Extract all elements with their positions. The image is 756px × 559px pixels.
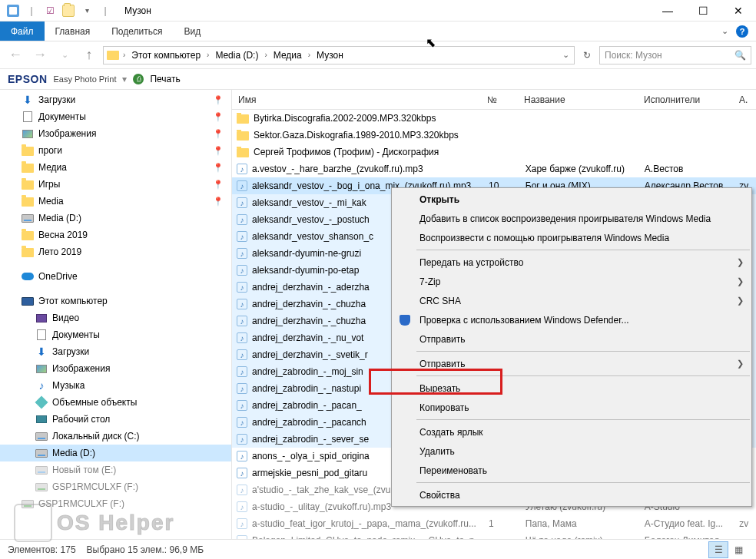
menu-item[interactable]: Свойства <box>392 485 751 504</box>
tree-item[interactable]: GSP1RMCULXF (F:) <box>0 478 231 495</box>
search-input[interactable]: Поиск: Музон 🔍 <box>599 46 751 64</box>
tree-item-label: Объемные объекты <box>52 397 137 408</box>
chevron-right-icon[interactable]: › <box>204 51 211 59</box>
file-tab[interactable]: Файл <box>0 22 45 41</box>
file-row[interactable]: ♪Balagan_Limited_CHyo_te_nado_remix_-_CH… <box>232 532 756 539</box>
tree-item[interactable]: Видео <box>0 309 231 326</box>
menu-item[interactable]: Копировать <box>392 398 751 417</box>
tree-item[interactable]: OneDrive <box>0 268 231 285</box>
breadcrumb-dropdown-icon[interactable]: ⌄ <box>562 50 574 60</box>
file-row[interactable]: Сергей Трофимов (Трофим) - Дискография <box>232 144 756 160</box>
breadcrumb[interactable]: › Этот компьютер › Media (D:) › Медиа › … <box>103 46 575 64</box>
col-title[interactable]: Название <box>518 94 638 105</box>
history-dropdown-icon[interactable]: ⌄ <box>54 45 75 66</box>
tree-item[interactable]: Весна 2019 <box>0 227 231 243</box>
qat-dropdown-icon[interactable]: ▾ <box>78 2 95 19</box>
back-button[interactable]: ← <box>5 45 26 66</box>
tree-item[interactable]: Media (D:) <box>0 445 231 461</box>
menu-item[interactable]: Воспроизвести с помощью проигрывателя Wi… <box>392 228 751 247</box>
tree-item[interactable]: Изображения <box>0 360 231 377</box>
file-name: andrej_zabrodin_-_sever_se <box>252 434 369 445</box>
maximize-button[interactable]: ☐ <box>685 0 721 22</box>
qat-check-icon[interactable]: ☑ <box>41 2 58 19</box>
chevron-right-icon[interactable]: › <box>121 51 128 59</box>
file-row[interactable]: ♪a-studio_feat_igor_krutoj_-_papa,_mama_… <box>232 515 756 532</box>
cloud-icon <box>22 270 34 283</box>
tree-item[interactable]: Media (D:) <box>0 210 231 227</box>
view-icons-button[interactable]: ▦ <box>728 541 748 558</box>
file-num: 1 <box>482 518 519 529</box>
ribbon-expand-icon[interactable]: ⌄ <box>721 26 728 36</box>
file-row[interactable]: Sektor.Gaza.Diskografia.1989-2010.MP3.32… <box>232 127 756 144</box>
tree-item[interactable]: GSP1RMCULXF (F:) <box>0 495 231 512</box>
tab-home[interactable]: Главная <box>45 22 101 41</box>
view-details-button[interactable]: ☰ <box>708 541 728 558</box>
chevron-right-icon[interactable]: › <box>262 51 269 59</box>
menu-item[interactable]: Отправить❯ <box>392 354 751 373</box>
crumb-muzon[interactable]: Музон <box>314 50 346 61</box>
tree-item[interactable]: Документы📍 <box>0 108 231 125</box>
tree-item[interactable]: ⬇Загрузки <box>0 343 231 360</box>
help-icon[interactable]: ? <box>736 25 748 38</box>
menu-item[interactable]: 7-Zip❯ <box>392 272 751 291</box>
tree-item[interactable]: Локальный диск (C:) <box>0 428 231 445</box>
tree-item[interactable]: ♪Музыка <box>0 377 231 394</box>
crumb-media-d[interactable]: Media (D:) <box>213 50 260 61</box>
print-label[interactable]: Печать <box>150 74 180 84</box>
col-a[interactable]: А. <box>733 94 756 105</box>
app-icon[interactable] <box>5 2 22 19</box>
tree-item[interactable]: Медиа📍 <box>0 159 231 176</box>
tree-item[interactable]: Игры📍 <box>0 176 231 193</box>
menu-item[interactable]: Проверка с использованием Windows Defend… <box>392 310 751 329</box>
menu-item[interactable]: Удалить <box>392 442 751 461</box>
tree-item[interactable]: Этот компьютер <box>0 293 231 309</box>
up-button[interactable]: ↑ <box>78 45 100 66</box>
epson-text[interactable]: Easy Photo Print <box>54 74 117 84</box>
crumb-media[interactable]: Медиа <box>271 50 304 61</box>
col-name[interactable]: Имя <box>232 94 481 105</box>
tree-item[interactable]: Объемные объекты <box>0 394 231 411</box>
col-num[interactable]: № <box>481 94 518 105</box>
col-artist[interactable]: Исполнители <box>638 94 733 105</box>
menu-item[interactable]: Отправить <box>392 329 751 349</box>
minimize-button[interactable]: — <box>650 0 685 22</box>
img-icon <box>35 362 48 375</box>
file-row[interactable]: ♪a.vestov_-_hare_barzhe_(zvukoff.ru).mp3… <box>232 160 756 177</box>
tree-item[interactable]: Рабочий стол <box>0 411 231 428</box>
folder-icon[interactable] <box>60 2 77 19</box>
tab-share[interactable]: Поделиться <box>101 22 173 41</box>
tree-item[interactable]: Media📍 <box>0 193 231 210</box>
tree-item[interactable]: Документы <box>0 326 231 343</box>
tree-item[interactable]: Лето 2019 <box>0 243 231 260</box>
tree-item[interactable]: проги📍 <box>0 142 231 159</box>
navigation-pane[interactable]: ⬇Загрузки📍Документы📍Изображения📍проги📍Ме… <box>0 90 232 539</box>
menu-separator <box>416 250 750 250</box>
close-button[interactable]: ✕ <box>721 0 756 22</box>
menu-item-label: Проверка с использованием Windows Defend… <box>419 315 629 326</box>
tab-view[interactable]: Вид <box>173 22 211 41</box>
refresh-button[interactable]: ↻ <box>578 46 596 64</box>
forward-button[interactable]: → <box>29 45 51 66</box>
menu-separator <box>416 482 750 483</box>
menu-item-label: Передать на устройство <box>419 257 523 268</box>
submenu-arrow-icon: ❯ <box>737 276 744 286</box>
tree-item[interactable]: ⬇Загрузки📍 <box>0 91 231 108</box>
menu-item[interactable]: Переименовать <box>392 461 751 480</box>
chevron-right-icon[interactable]: › <box>306 51 313 59</box>
menu-item[interactable]: Добавить в список воспроизведения проигр… <box>392 209 751 228</box>
menu-item[interactable]: Создать ярлык <box>392 422 751 442</box>
file-row[interactable]: Bytirka.Discografia.2002-2009.MP3.320kbp… <box>232 110 756 127</box>
menu-item[interactable]: Вырезать <box>392 379 751 398</box>
tree-item[interactable]: Новый том (E:) <box>0 461 231 478</box>
menu-item-label: Вырезать <box>419 383 460 394</box>
pc-icon <box>107 49 119 61</box>
menu-item[interactable]: Передать на устройство❯ <box>392 253 751 272</box>
print-icon[interactable]: ⎙ <box>133 74 144 84</box>
pin-icon: 📍 <box>213 180 224 190</box>
submenu-arrow-icon: ❯ <box>737 257 744 267</box>
menu-item[interactable]: Открыть <box>392 190 751 209</box>
menu-item[interactable]: CRC SHA❯ <box>392 291 751 310</box>
tree-item[interactable]: Изображения📍 <box>0 125 231 142</box>
tree-item-label: Загрузки <box>38 94 75 105</box>
crumb-pc[interactable]: Этот компьютер <box>129 50 203 61</box>
